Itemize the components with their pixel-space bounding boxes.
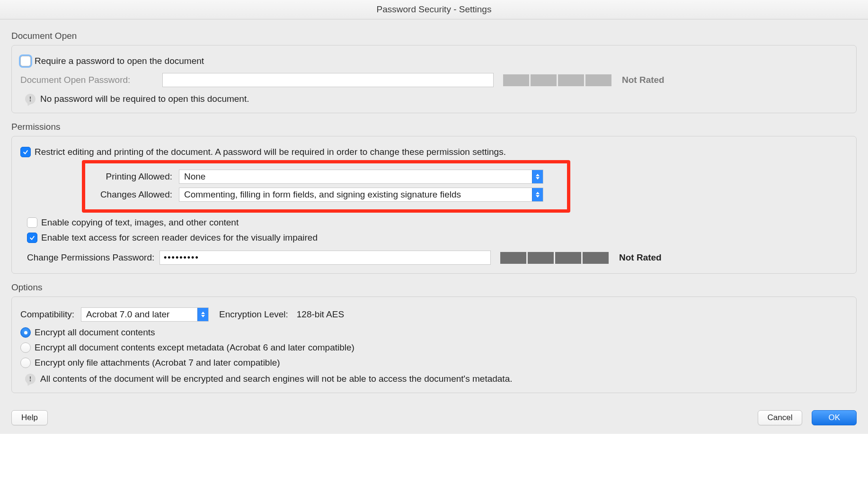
compatibility-dropdown[interactable]: Acrobat 7.0 and later (81, 307, 209, 322)
enable-copy-label: Enable copying of text, images, and othe… (41, 217, 239, 228)
highlighted-region: Printing Allowed: None Changes Allowed: … (82, 160, 570, 213)
info-icon: ! (25, 94, 35, 104)
dropdown-stepper-icon (532, 170, 543, 183)
restrict-editing-label: Restrict editing and printing of the doc… (35, 147, 506, 157)
compatibility-label: Compatibility: (20, 309, 74, 320)
cancel-button[interactable]: Cancel (758, 410, 803, 425)
encrypt-except-metadata-label: Encrypt all document contents except met… (35, 342, 354, 353)
open-password-input (162, 73, 494, 87)
dropdown-stepper-icon (197, 308, 208, 321)
printing-allowed-label: Printing Allowed: (92, 171, 172, 182)
group-options: Compatibility: Acrobat 7.0 and later Enc… (11, 296, 857, 393)
open-password-strength (503, 74, 611, 86)
restrict-editing-checkbox[interactable] (20, 147, 31, 157)
permissions-password-strength (500, 252, 609, 264)
printing-allowed-value: None (184, 171, 205, 182)
section-document-open: Document Open (11, 31, 857, 41)
group-document-open: Require a password to open the document … (11, 45, 857, 113)
open-password-rating: Not Rated (622, 75, 664, 85)
require-open-password-checkbox[interactable] (20, 56, 31, 66)
encrypt-attachments-label: Encrypt only file attachments (Acrobat 7… (35, 358, 280, 368)
enable-screenreader-checkbox[interactable] (27, 233, 37, 243)
dropdown-stepper-icon (532, 188, 543, 201)
enable-screenreader-label: Enable text access for screen reader dev… (41, 233, 318, 243)
encrypt-except-metadata-radio[interactable] (20, 342, 31, 353)
group-permissions: Restrict editing and printing of the doc… (11, 136, 857, 274)
help-button[interactable]: Help (11, 410, 48, 425)
open-password-label: Document Open Password: (20, 75, 162, 85)
compatibility-value: Acrobat 7.0 and later (86, 309, 169, 320)
open-password-info: No password will be required to open thi… (40, 94, 249, 104)
permissions-password-label: Change Permissions Password: (27, 252, 159, 263)
require-open-password-label: Require a password to open the document (35, 56, 204, 66)
enable-copy-checkbox[interactable] (27, 217, 37, 228)
changes-allowed-dropdown[interactable]: Commenting, filling in form fields, and … (179, 188, 543, 202)
permissions-password-input[interactable] (159, 251, 491, 265)
printing-allowed-dropdown[interactable]: None (179, 170, 543, 184)
changes-allowed-value: Commenting, filling in form fields, and … (184, 189, 461, 200)
encryption-level-value: 128-bit AES (297, 309, 344, 320)
window-title: Password Security - Settings (0, 0, 868, 19)
encrypt-attachments-radio[interactable] (20, 358, 31, 368)
section-permissions: Permissions (11, 122, 857, 132)
changes-allowed-label: Changes Allowed: (92, 189, 172, 200)
encrypt-all-label: Encrypt all document contents (35, 327, 155, 338)
info-icon: ! (25, 374, 35, 384)
permissions-password-rating: Not Rated (619, 252, 662, 263)
options-info-text: All contents of the document will be enc… (40, 374, 513, 384)
section-options: Options (11, 282, 857, 293)
encryption-level-label: Encryption Level: (219, 309, 288, 320)
ok-button[interactable]: OK (812, 410, 857, 425)
encrypt-all-radio[interactable] (20, 327, 31, 338)
